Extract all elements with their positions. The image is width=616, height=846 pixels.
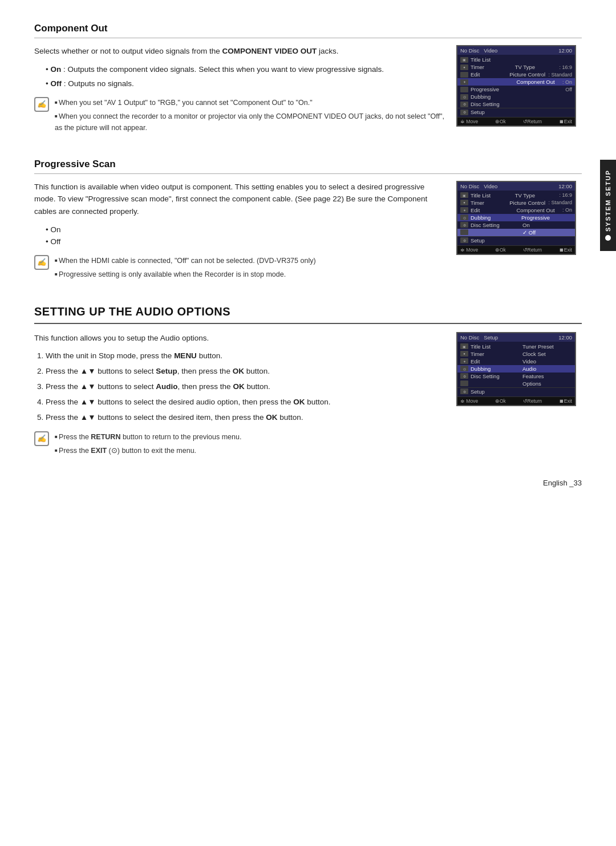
screen-label-pc2: Picture Control	[509, 200, 546, 206]
screen-label-clockset: Clock Set	[522, 351, 572, 357]
screen-row-timer2: ● Timer Picture Control : Standard	[457, 199, 575, 207]
screen-icon-prog1	[460, 87, 468, 92]
component-out-title: Component Out	[34, 23, 582, 38]
screen-row-setup2: ⚙ Setup	[457, 236, 575, 244]
screen-label-features3: Features	[522, 373, 572, 379]
screen-icon-setup1: ⚙	[460, 110, 468, 115]
note-audio-2: Press the EXIT (⊙) button to exit the me…	[55, 445, 241, 456]
progressive-scan-bullets: On Off	[46, 224, 445, 248]
screen-row-setup1: ⚙ Setup	[457, 108, 575, 116]
screen-body-1: ▣ Title List ● Timer TV Type : 16:9	[457, 55, 575, 117]
component-out-screen: No Disc Video 12:00 ▣ Title List ● Timer	[456, 45, 582, 127]
screen-icon-edit3: ✦	[460, 358, 468, 364]
screen-label-off2-val: ✓ Off	[522, 229, 572, 236]
screen-header-left-2: No Disc Video	[460, 183, 497, 189]
side-tab-label: SYSTEM SETUP	[605, 170, 611, 232]
screen-icon-dubbing1: ◎	[460, 94, 468, 100]
screen-value-tvtype: : 16:9	[559, 64, 572, 70]
screen-row-compout: ✦ Component Out : On	[457, 78, 575, 86]
screen-icon-disc3: ⚙	[460, 373, 468, 379]
screen-icon-compout: ✦	[460, 79, 468, 85]
screen-value-compout: : On	[562, 79, 572, 85]
progressive-scan-notes: ✍ When the HDMI cable is connected, "Off…	[34, 255, 445, 282]
component-out-bullets: On : Outputs the component video signals…	[46, 63, 445, 90]
audio-step-5: Press the ▲▼ buttons to select the desir…	[46, 411, 445, 424]
audio-options-title: SETTING UP THE AUDIO OPTIONS	[34, 305, 582, 324]
screen-header-right-3: 12:00	[558, 334, 572, 341]
side-tab: SYSTEM SETUP	[600, 160, 616, 251]
screen-icon-disc1: ⚙	[460, 102, 468, 107]
progressive-scan-section: Progressive Scan This function is availa…	[34, 159, 582, 289]
progressive-scan-body: This function is available when video ou…	[34, 181, 445, 218]
screen-body-2: ▣ Title List TV Type : 16:9 ● Timer Pict…	[457, 191, 575, 245]
progressive-scan-screen: No Disc Video 12:00 ▣ Title List TV Type…	[456, 181, 582, 255]
screen-label-titlelist: Title List	[471, 56, 572, 63]
note-prog-2: Progressive setting is only available wh…	[55, 269, 316, 280]
screen-row-edit2: ✦ Edit Component Out : On	[457, 207, 575, 214]
screen-icon-timer3: ●	[460, 351, 468, 357]
screen-icon-1: ▣	[460, 57, 468, 63]
screen-header-left-3: No Disc Setup	[460, 334, 498, 341]
screen-label-setup1: Setup	[471, 109, 572, 115]
audio-steps-list: With the unit in Stop mode, press the ME…	[46, 350, 445, 424]
note-icon-3: ✍	[34, 431, 49, 446]
footer-return-1: ↺Return	[523, 119, 542, 124]
screen-row-opts3: Options	[457, 380, 575, 387]
audio-step-1: With the unit in Stop mode, press the ME…	[46, 350, 445, 363]
screen-label-on2: On	[522, 222, 572, 228]
footer-exit-3: ⏹Exit	[559, 398, 572, 404]
bullet-off-prog: Off	[46, 236, 445, 248]
screen-row-disc1: ⚙ Disc Setting	[457, 100, 575, 108]
screen-icon-t2: ●	[460, 200, 468, 205]
screen-label-t2: Timer	[471, 200, 507, 206]
note-content-2: When the HDMI cable is connected, "Off" …	[55, 255, 316, 282]
screen-label-setup2: Setup	[471, 237, 572, 244]
screen-row-timer3: ● Timer Clock Set	[457, 350, 575, 358]
screen-label-options3: Options	[522, 381, 572, 387]
component-out-text: Selects whether or not to output video s…	[34, 45, 445, 143]
footer-move-3: ≑ Move	[460, 398, 478, 404]
footer-exit-2: ⏹Exit	[559, 247, 572, 253]
audio-step-2: Press the ▲▼ buttons to select Setup, th…	[46, 365, 445, 378]
screen-icon-ds2: ⚙	[460, 222, 468, 228]
screen-label-disc3: Disc Setting	[471, 373, 520, 379]
screen-label-audio3: Audio	[522, 366, 572, 372]
screen-icon-p2: ◎	[460, 214, 468, 220]
note-2: When you connect the recorder to a monit…	[55, 111, 445, 133]
screen-row-disc3: ⚙ Disc Setting Features	[457, 373, 575, 380]
bullet-off: Off : Outputs no signals.	[46, 78, 445, 90]
screen-header-1: No Disc Video 12:00	[457, 46, 575, 55]
audio-step-3: Press the ▲▼ buttons to select Audio, th…	[46, 381, 445, 394]
note-prog-1: When the HDMI cable is connected, "Off" …	[55, 255, 316, 266]
screen-value-prog1: Off	[565, 87, 572, 92]
screen-label-tuner: Tuner Preset	[522, 343, 572, 350]
audio-options-section: SETTING UP THE AUDIO OPTIONS This functi…	[34, 305, 582, 465]
note-audio-1: Press the RETURN button to return to the…	[55, 431, 241, 443]
screen-row-dubbing3: ◎ Dubbing Audio	[457, 365, 575, 373]
screen-label-e2: Edit	[471, 207, 514, 213]
note-icon-2: ✍	[34, 255, 49, 270]
progressive-scan-text: This function is available when video ou…	[34, 181, 445, 289]
screen-label-prog2: Progressive	[521, 214, 570, 221]
footer-text: English _33	[543, 479, 582, 487]
audio-options-intro: This function allows you to setup the Au…	[34, 332, 445, 345]
screen-footer-1: ≑ Move ⊕Ok ↺Return ⏹Exit	[457, 117, 575, 126]
screen-header-3: No Disc Setup 12:00	[457, 333, 575, 342]
screen-row-on2: ⚙ Disc Setting On	[457, 221, 575, 229]
audio-options-content: This function allows you to setup the Au…	[34, 332, 582, 465]
screen-body-3: ▣ Title List Tuner Preset ● Timer Clock …	[457, 342, 575, 396]
bullet-on: On : Outputs the component video signals…	[46, 63, 445, 76]
screen-row-edit3: ✦ Edit Video	[457, 358, 575, 365]
footer-move-1: ≑ Move	[460, 119, 478, 124]
footer-ok-1: ⊕Ok	[495, 119, 506, 124]
audio-step-4: Press the ▲▼ buttons to select the desir…	[46, 396, 445, 409]
screen-icon-tl3: ▣	[460, 343, 468, 349]
progressive-scan-title: Progressive Scan	[34, 159, 582, 174]
screen-label-dubbing1: Dubbing	[471, 94, 572, 100]
progressive-scan-content: This function is available when video ou…	[34, 181, 582, 289]
component-out-notes: ✍ When you set "AV 1 Output" to "RGB," y…	[34, 97, 445, 136]
screen-row-setup3: ⚙ Setup	[457, 387, 575, 395]
audio-options-screen: No Disc Setup 12:00 ▣ Title List Tuner P…	[456, 332, 582, 406]
note-content: When you set "AV 1 Output" to "RGB," you…	[55, 97, 445, 136]
component-out-intro-bold: COMPONENT VIDEO OUT	[222, 47, 317, 55]
